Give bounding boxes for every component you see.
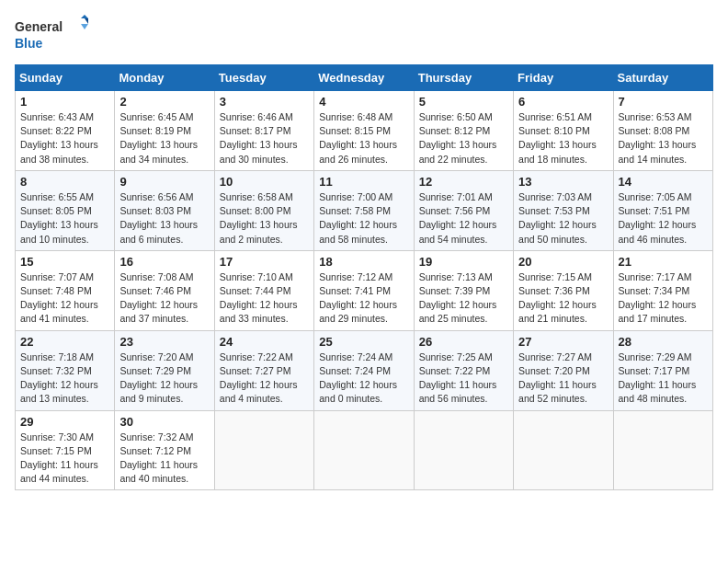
calendar-cell: 12Sunrise: 7:01 AM Sunset: 7:56 PM Dayli… [414,170,513,250]
day-number: 23 [119,335,209,349]
calendar-cell [414,410,513,490]
calendar-cell: 25Sunrise: 7:24 AM Sunset: 7:24 PM Dayli… [314,330,414,410]
day-number: 17 [220,255,309,269]
day-info: Sunrise: 7:13 AM Sunset: 7:39 PM Dayligh… [419,270,508,327]
day-info: Sunrise: 6:55 AM Sunset: 8:05 PM Dayligh… [20,190,109,247]
calendar-header-row: SundayMondayTuesdayWednesdayThursdayFrid… [16,65,713,91]
calendar-cell: 16Sunrise: 7:08 AM Sunset: 7:46 PM Dayli… [115,250,214,330]
day-number: 22 [20,335,109,349]
day-info: Sunrise: 6:48 AM Sunset: 8:15 PM Dayligh… [319,110,408,167]
day-info: Sunrise: 7:32 AM Sunset: 7:12 PM Dayligh… [119,431,209,487]
calendar-cell: 20Sunrise: 7:15 AM Sunset: 7:36 PM Dayli… [514,250,613,330]
day-number: 6 [518,95,608,109]
day-info: Sunrise: 7:00 AM Sunset: 7:58 PM Dayligh… [319,190,408,247]
day-number: 16 [119,255,209,269]
column-header-saturday: Saturday [613,65,712,91]
column-header-wednesday: Wednesday [314,65,414,91]
day-info: Sunrise: 6:50 AM Sunset: 8:12 PM Dayligh… [419,110,508,167]
calendar-cell: 5Sunrise: 6:50 AM Sunset: 8:12 PM Daylig… [414,91,513,171]
column-header-thursday: Thursday [414,65,513,91]
day-info: Sunrise: 7:25 AM Sunset: 7:22 PM Dayligh… [419,350,508,407]
calendar-cell: 27Sunrise: 7:27 AM Sunset: 7:20 PM Dayli… [514,330,613,410]
column-header-monday: Monday [115,65,214,91]
day-number: 5 [419,95,508,109]
day-info: Sunrise: 7:15 AM Sunset: 7:36 PM Dayligh… [518,270,608,327]
day-number: 29 [20,415,109,429]
day-number: 8 [20,175,109,189]
calendar-cell: 13Sunrise: 7:03 AM Sunset: 7:53 PM Dayli… [514,170,613,250]
calendar-cell: 22Sunrise: 7:18 AM Sunset: 7:32 PM Dayli… [16,330,115,410]
calendar-cell: 17Sunrise: 7:10 AM Sunset: 7:44 PM Dayli… [214,250,313,330]
svg-marker-4 [81,24,88,29]
calendar-week-2: 8Sunrise: 6:55 AM Sunset: 8:05 PM Daylig… [16,170,713,250]
day-number: 10 [220,175,309,189]
day-info: Sunrise: 7:24 AM Sunset: 7:24 PM Dayligh… [319,350,408,407]
day-number: 19 [419,255,508,269]
calendar-cell: 4Sunrise: 6:48 AM Sunset: 8:15 PM Daylig… [314,91,414,171]
day-info: Sunrise: 7:18 AM Sunset: 7:32 PM Dayligh… [20,350,109,407]
calendar-cell: 18Sunrise: 7:12 AM Sunset: 7:41 PM Dayli… [314,250,414,330]
day-info: Sunrise: 7:03 AM Sunset: 7:53 PM Dayligh… [518,190,608,247]
calendar-cell: 21Sunrise: 7:17 AM Sunset: 7:34 PM Dayli… [613,250,712,330]
day-number: 24 [220,335,309,349]
calendar-cell: 1Sunrise: 6:43 AM Sunset: 8:22 PM Daylig… [16,91,115,171]
day-number: 9 [119,175,209,189]
calendar-cell: 2Sunrise: 6:45 AM Sunset: 8:19 PM Daylig… [115,91,214,171]
calendar-week-4: 22Sunrise: 7:18 AM Sunset: 7:32 PM Dayli… [16,330,713,410]
day-info: Sunrise: 6:56 AM Sunset: 8:03 PM Dayligh… [119,190,209,247]
calendar-cell [314,410,414,490]
day-number: 4 [319,95,408,109]
calendar-cell [514,410,613,490]
day-info: Sunrise: 7:05 AM Sunset: 7:51 PM Dayligh… [619,190,708,247]
day-number: 27 [518,335,608,349]
calendar-cell: 30Sunrise: 7:32 AM Sunset: 7:12 PM Dayli… [115,410,214,490]
calendar-cell [214,410,313,490]
calendar-week-5: 29Sunrise: 7:30 AM Sunset: 7:15 PM Dayli… [16,410,713,490]
day-number: 15 [20,255,109,269]
day-number: 26 [419,335,508,349]
column-header-sunday: Sunday [16,65,115,91]
column-header-friday: Friday [514,65,613,91]
day-number: 11 [319,175,408,189]
day-info: Sunrise: 7:01 AM Sunset: 7:56 PM Dayligh… [419,190,508,247]
day-number: 1 [20,95,109,109]
day-number: 12 [419,175,508,189]
column-header-tuesday: Tuesday [214,65,313,91]
day-info: Sunrise: 7:07 AM Sunset: 7:48 PM Dayligh… [20,270,109,327]
day-number: 28 [619,335,708,349]
day-info: Sunrise: 6:51 AM Sunset: 8:10 PM Dayligh… [518,110,608,167]
day-info: Sunrise: 7:27 AM Sunset: 7:20 PM Dayligh… [518,350,608,407]
calendar-cell: 26Sunrise: 7:25 AM Sunset: 7:22 PM Dayli… [414,330,513,410]
day-info: Sunrise: 6:46 AM Sunset: 8:17 PM Dayligh… [220,110,309,167]
svg-marker-2 [81,15,88,18]
calendar-cell: 14Sunrise: 7:05 AM Sunset: 7:51 PM Dayli… [613,170,712,250]
day-number: 13 [518,175,608,189]
calendar-week-1: 1Sunrise: 6:43 AM Sunset: 8:22 PM Daylig… [16,91,713,171]
svg-text:General: General [15,19,63,34]
day-info: Sunrise: 7:20 AM Sunset: 7:29 PM Dayligh… [119,350,209,407]
day-info: Sunrise: 6:58 AM Sunset: 8:00 PM Dayligh… [220,190,309,247]
calendar-cell: 15Sunrise: 7:07 AM Sunset: 7:48 PM Dayli… [16,250,115,330]
calendar-cell [613,410,712,490]
calendar-cell: 10Sunrise: 6:58 AM Sunset: 8:00 PM Dayli… [214,170,313,250]
page-header: General Blue [15,15,713,55]
day-number: 30 [119,415,209,429]
day-info: Sunrise: 6:53 AM Sunset: 8:08 PM Dayligh… [619,110,708,167]
day-info: Sunrise: 7:30 AM Sunset: 7:15 PM Dayligh… [20,431,109,487]
day-number: 14 [619,175,708,189]
calendar-cell: 9Sunrise: 6:56 AM Sunset: 8:03 PM Daylig… [115,170,214,250]
calendar-cell: 3Sunrise: 6:46 AM Sunset: 8:17 PM Daylig… [214,91,313,171]
day-number: 25 [319,335,408,349]
calendar-cell: 19Sunrise: 7:13 AM Sunset: 7:39 PM Dayli… [414,250,513,330]
day-info: Sunrise: 7:22 AM Sunset: 7:27 PM Dayligh… [220,350,309,407]
day-number: 20 [518,255,608,269]
svg-marker-3 [85,18,88,24]
calendar-cell: 24Sunrise: 7:22 AM Sunset: 7:27 PM Dayli… [214,330,313,410]
calendar-cell: 28Sunrise: 7:29 AM Sunset: 7:17 PM Dayli… [613,330,712,410]
logo: General Blue [15,15,88,55]
logo-svg: General Blue [15,15,88,55]
calendar-cell: 6Sunrise: 6:51 AM Sunset: 8:10 PM Daylig… [514,91,613,171]
day-info: Sunrise: 7:12 AM Sunset: 7:41 PM Dayligh… [319,270,408,327]
day-info: Sunrise: 7:10 AM Sunset: 7:44 PM Dayligh… [220,270,309,327]
calendar-cell: 8Sunrise: 6:55 AM Sunset: 8:05 PM Daylig… [16,170,115,250]
